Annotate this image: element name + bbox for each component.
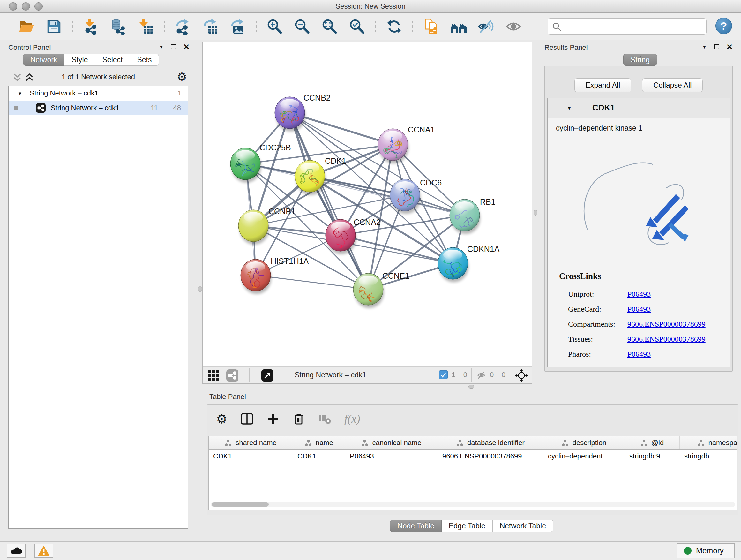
- column-header-namespace[interactable]: namespace: [680, 436, 737, 449]
- tab-node-table[interactable]: Node Table: [390, 520, 442, 532]
- column-header-shared-name[interactable]: shared name: [209, 436, 293, 449]
- node-CCNE1[interactable]: [353, 273, 384, 308]
- crosslink-row: Uniprot:P06493: [548, 290, 730, 305]
- show-columns-icon[interactable]: [240, 412, 254, 426]
- gene-section-header[interactable]: ▼ CDK1: [548, 98, 730, 118]
- scrollbar-thumb[interactable]: [212, 502, 269, 507]
- edge-HIST1H1A-CCNE1[interactable]: [256, 275, 368, 289]
- node-table-row[interactable]: CDK1CDK1P064939606.ENSP00000378699cyclin…: [209, 449, 737, 463]
- import-network-file-button[interactable]: [80, 17, 102, 37]
- network-row[interactable]: String Network – cdk1 11 48: [9, 101, 188, 115]
- collapse-section-icon[interactable]: ▼: [567, 105, 572, 111]
- floppy-icon: [46, 18, 62, 35]
- table-cell[interactable]: CDK1: [209, 449, 293, 463]
- add-column-icon[interactable]: [266, 413, 279, 425]
- table-settings-gear-icon[interactable]: ⚙: [216, 412, 227, 426]
- tab-network[interactable]: Network: [23, 54, 64, 66]
- node-RB1[interactable]: [450, 199, 480, 234]
- apply-layout-button[interactable]: [384, 17, 405, 37]
- hidden-count: 0 – 0: [490, 371, 506, 379]
- table-cell[interactable]: P06493: [345, 449, 438, 463]
- table-cell[interactable]: stringdb:9...: [625, 449, 680, 463]
- node-CCNA1[interactable]: [378, 129, 408, 164]
- save-session-button[interactable]: [44, 17, 64, 37]
- table-cell[interactable]: stringdb: [680, 449, 737, 463]
- network-view[interactable]: CCNB2CCNA1CDC25BCDK1CDC6RB1CCNB1CCNA2CDK…: [202, 42, 532, 384]
- tab-string[interactable]: String: [623, 54, 657, 66]
- open-in-window-icon[interactable]: [261, 369, 273, 381]
- network-collection-row[interactable]: ▼ String Network – cdk1 1: [9, 86, 188, 101]
- import-network-database-button[interactable]: [108, 17, 129, 37]
- clone-network-button[interactable]: [421, 17, 442, 37]
- node-table[interactable]: shared name name canonical name database…: [208, 436, 737, 510]
- home-button[interactable]: [448, 17, 469, 37]
- expand-all-button[interactable]: Expand All: [575, 78, 631, 92]
- node-CCNB2[interactable]: [275, 97, 306, 132]
- column-header-name[interactable]: name: [293, 436, 345, 449]
- import-table-file-button[interactable]: [135, 17, 156, 37]
- warnings-button[interactable]: [35, 544, 53, 558]
- panel-close-icon[interactable]: ✕: [726, 44, 733, 50]
- node-CCNB1[interactable]: [239, 210, 269, 245]
- node-CDKN1A[interactable]: [438, 247, 468, 282]
- panel-float-icon[interactable]: [171, 44, 176, 50]
- table-cell[interactable]: 9606.ENSP00000378699: [438, 449, 543, 463]
- column-header--id[interactable]: @id: [625, 436, 680, 449]
- tab-style[interactable]: Style: [64, 54, 95, 66]
- zoom-out-button[interactable]: [292, 17, 313, 37]
- node-HIST1H1A[interactable]: [241, 259, 271, 294]
- right-splitter-handle[interactable]: [534, 210, 537, 215]
- crosslink-link[interactable]: P06493: [627, 350, 651, 359]
- birds-eye-grid-icon[interactable]: [208, 369, 220, 381]
- selected-checkbox[interactable]: [439, 370, 448, 381]
- panel-menu-icon[interactable]: ▼: [702, 44, 707, 50]
- search-input[interactable]: [548, 18, 706, 35]
- delete-column-trash-icon[interactable]: [292, 412, 306, 426]
- fit-selection-crosshair-icon[interactable]: [515, 369, 528, 382]
- tab-sets[interactable]: Sets: [130, 54, 159, 66]
- network-overview-icon[interactable]: [226, 369, 239, 381]
- hidden-eye-slash-icon[interactable]: [476, 370, 487, 380]
- memory-button[interactable]: Memory: [677, 543, 735, 558]
- node-CDK1[interactable]: [295, 160, 326, 195]
- column-header-canonical-name[interactable]: canonical name: [345, 436, 438, 449]
- export-table-button[interactable]: [200, 17, 221, 37]
- gene-details: cyclin–dependent kinase 1 M60 275 L75.7 …: [548, 118, 730, 368]
- cloud-status-button[interactable]: [7, 544, 25, 558]
- node-CCNA2[interactable]: [326, 219, 356, 254]
- table-cell[interactable]: CDK1: [293, 449, 345, 463]
- gene-section: ▼ CDK1 cyclin–dependent kinase 1 M60 275…: [547, 98, 731, 368]
- show-all-button[interactable]: [503, 17, 524, 37]
- column-header-database-identifier[interactable]: database identifier: [438, 436, 543, 449]
- left-splitter-handle[interactable]: [198, 286, 202, 292]
- crosslink-link[interactable]: 9606.ENSP00000378699: [627, 335, 705, 344]
- tab-network-table[interactable]: Network Table: [493, 520, 553, 532]
- tab-select[interactable]: Select: [95, 54, 130, 66]
- zoom-selected-button[interactable]: [347, 17, 367, 37]
- export-network-button[interactable]: [172, 17, 193, 37]
- collapse-all-button[interactable]: Collapse All: [642, 78, 703, 92]
- network-graph[interactable]: CCNB2CCNA1CDC25BCDK1CDC6RB1CCNB1CCNA2CDK…: [203, 42, 532, 366]
- column-header-description[interactable]: description: [543, 436, 625, 449]
- help-button[interactable]: ?: [716, 17, 732, 34]
- bottom-splitter-handle[interactable]: [468, 385, 474, 388]
- panel-float-icon[interactable]: [714, 44, 719, 50]
- tree-expander-icon[interactable]: ▼: [17, 91, 22, 96]
- table-horizontal-scrollbar[interactable]: [211, 502, 735, 507]
- table-cell[interactable]: cyclin–dependent ...: [543, 449, 625, 463]
- open-session-button[interactable]: [16, 17, 37, 37]
- panel-menu-icon[interactable]: ▼: [159, 44, 164, 50]
- export-image-button[interactable]: [227, 17, 248, 37]
- import-table-icon: [138, 18, 154, 35]
- zoom-fit-button[interactable]: [319, 17, 340, 37]
- zoom-in-button[interactable]: [264, 17, 285, 37]
- crosslink-link[interactable]: P06493: [627, 305, 651, 314]
- crosslink-link[interactable]: 9606.ENSP00000378699: [627, 320, 705, 328]
- tab-edge-table[interactable]: Edge Table: [442, 520, 493, 532]
- node-CDC25B[interactable]: [230, 148, 261, 183]
- network-manager-gear-icon[interactable]: ⚙: [177, 70, 187, 84]
- panel-close-icon[interactable]: ✕: [183, 44, 190, 50]
- hide-selected-button[interactable]: [475, 17, 496, 37]
- crosslink-link[interactable]: P06493: [627, 290, 651, 299]
- node-CDC6[interactable]: [390, 179, 421, 214]
